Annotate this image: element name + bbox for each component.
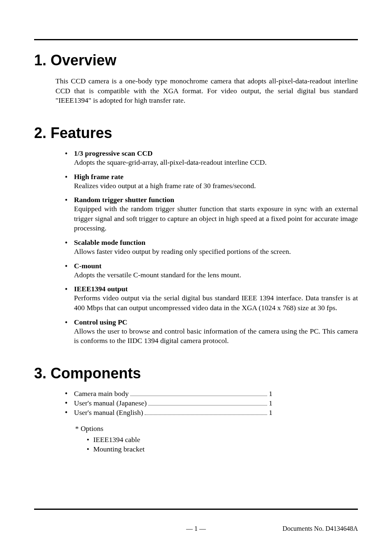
feature-desc: Realizes video output at a high frame ra… xyxy=(74,181,358,191)
top-rule xyxy=(34,39,358,40)
feature-desc: Performs video output via the serial dig… xyxy=(74,293,358,313)
section-2-title: 2. Features xyxy=(34,124,358,142)
leader-dots xyxy=(145,415,267,415)
page-number: — 1 — xyxy=(186,525,206,532)
components-list: Camera main body 1 User's manual (Japane… xyxy=(65,389,272,417)
feature-item: 1/3 progressive scan CCD Adopts the squa… xyxy=(65,149,358,168)
feature-desc: Allows the user to browse and control ba… xyxy=(74,327,358,346)
feature-title: Control using PC xyxy=(74,318,358,327)
feature-item: Scalable mode function Allows faster vid… xyxy=(65,238,358,257)
feature-title: C-mount xyxy=(74,262,358,270)
component-qty: 1 xyxy=(269,399,272,408)
feature-title: 1/3 progressive scan CCD xyxy=(74,149,358,158)
options-block: * Options IEEE1394 cable Mounting bracke… xyxy=(75,424,358,454)
feature-desc: Allows faster video output by reading on… xyxy=(74,247,358,257)
component-label: User's manual (English) xyxy=(74,408,143,417)
feature-desc: Equipped with the random trigger shutter… xyxy=(74,204,358,233)
document-number: Documents No. D4134648A xyxy=(282,525,358,532)
feature-item: Random trigger shutter function Equipped… xyxy=(65,196,358,233)
leader-dots xyxy=(148,405,267,405)
feature-title: High frame rate xyxy=(74,173,358,181)
component-qty: 1 xyxy=(269,389,272,398)
features-list: 1/3 progressive scan CCD Adopts the squa… xyxy=(65,149,358,346)
section-1-body: This CCD camera is a one-body type monoc… xyxy=(55,76,358,106)
options-label: * Options xyxy=(75,424,358,433)
options-list: IEEE1394 cable Mounting bracket xyxy=(87,435,358,454)
section-1-title: 1. Overview xyxy=(34,52,358,69)
component-item: User's manual (Japanese) 1 xyxy=(65,399,272,408)
component-qty: 1 xyxy=(269,408,272,417)
bottom-rule xyxy=(34,509,358,510)
section-3-title: 3. Components xyxy=(34,365,358,382)
feature-title: Random trigger shutter function xyxy=(74,196,358,204)
option-item: Mounting bracket xyxy=(87,445,358,454)
feature-title: IEEE1394 output xyxy=(74,285,358,293)
component-label: Camera main body xyxy=(74,389,129,398)
page-footer: — 1 — Documents No. D4134648A xyxy=(34,525,358,532)
feature-item: C-mount Adopts the versatile C-mount sta… xyxy=(65,262,358,280)
component-item: Camera main body 1 xyxy=(65,389,272,398)
component-label: User's manual (Japanese) xyxy=(74,399,147,408)
leader-dots xyxy=(130,396,267,396)
feature-desc: Adopts the square-grid-array, all-pixel-… xyxy=(74,158,358,168)
feature-desc: Adopts the versatile C-mount standard fo… xyxy=(74,270,358,280)
feature-title: Scalable mode function xyxy=(74,238,358,247)
feature-item: IEEE1394 output Performs video output vi… xyxy=(65,285,358,313)
component-item: User's manual (English) 1 xyxy=(65,408,272,417)
feature-item: High frame rate Realizes video output at… xyxy=(65,173,358,191)
feature-item: Control using PC Allows the user to brow… xyxy=(65,318,358,346)
option-item: IEEE1394 cable xyxy=(87,435,358,444)
